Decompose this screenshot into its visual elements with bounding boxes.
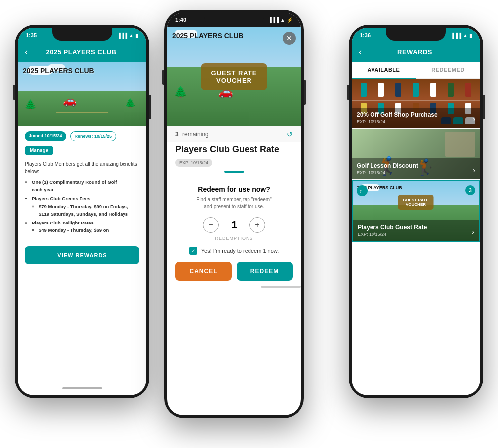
voucher-overlay-title: 2025 PLAYERS CLUB [172,32,244,40]
right-phone: 1:36 ▐▐▐ ▲ ▮ ‹ REWARDS AVAILABLE REDEEME… [349,25,483,398]
right-phone-screen: 1:36 ▐▐▐ ▲ ▮ ‹ REWARDS AVAILABLE REDEEME… [352,28,480,395]
benefits-list: One (1) Complimentary Round of Golf each… [25,178,139,234]
notch [52,28,112,41]
shirt1 [361,83,367,97]
center-notch [204,13,264,26]
redeem-description: Find a staff member, tap "redeem"and pre… [175,196,293,210]
center-signal: ▐▐▐ [268,17,279,23]
app-scene: 1:35 ▐▐▐ ▲ ▮ ‹ 2025 PLAYERS CLUB [0,0,498,448]
tab-available[interactable]: AVAILABLE [352,62,416,79]
decrement-button[interactable]: − [203,217,219,233]
benefit-3: Players Club Twilight Rates $49 Monday -… [32,219,139,234]
right-time: 1:36 [360,32,371,38]
close-button[interactable]: ✕ [283,32,296,45]
counter-row: − 1 + [175,217,293,233]
voucher-reward-exp: EXP: 10/15/24 [358,232,474,237]
rewards-list: 20% Off Golf Shop Purchase EXP: 10/15/24… [352,79,480,392]
shop-reward-overlay: 20% Off Golf Shop Purchase EXP: 10/15/24 [352,108,480,128]
confirm-checkbox[interactable]: ✓ [189,247,197,255]
reward-card-shop[interactable]: 20% Off Golf Shop Purchase EXP: 10/15/24… [352,79,480,128]
checkbox-label: Yes! I'm ready to redeem 1 now. [201,248,279,254]
renews-badge: Renews: 10/15/25 [70,131,117,141]
voucher-small-badge: GUEST RATEVOUCHER [398,195,434,210]
right-wifi: ▲ [463,33,468,38]
manage-button[interactable]: Manage [25,146,53,155]
right-nav-bar: ‹ REWARDS [352,42,480,62]
left-status-icons: ▐▐▐ ▲ ▮ [117,33,138,38]
redeem-title: Redeem for use now? [175,185,293,193]
benefit-3-sub: $49 Monday - Thursday, $69 on [32,226,139,234]
shop-reward-arrow: › [473,115,475,123]
signal-icon: ▐▐▐ [117,33,127,38]
shelf-divider [352,100,480,101]
right-notch [386,28,446,41]
center-phone: 1:40 ▐▐▐ ▲ ⚡ 🌲 🚗 2025 PLAYERS CLU [164,10,304,418]
wifi-icon: ▲ [129,33,134,38]
center-time: 1:40 [175,17,186,23]
shirt6 [448,83,454,97]
reward-card-lesson[interactable]: 🏌️ 🏌️ Golf Lesson Discount EXP: 10/15/24… [352,129,480,179]
redemptions-label: REDEMPTIONS [175,236,293,241]
remaining-row: 3 remaining ↺ [167,126,301,142]
tab-redeemed[interactable]: REDEEMED [416,62,480,78]
count-badge: 3 [465,185,475,195]
benefit-2: Players Club Greens Fees $79 Monday - Th… [32,195,139,218]
benefit-2a: $79 Monday - Thursday, $99 on Fridays, $… [39,203,139,218]
redeem-section: Redeem for use now? Find a staff member,… [167,179,301,287]
voucher-hero: 🌲 🚗 2025 PLAYERS CLUB GUEST RATE VOUCHER… [167,27,301,126]
membership-info: Joined 10/15/24 Renews: 10/15/25 Manage … [18,126,146,240]
voucher-badge: GUEST RATE VOUCHER [201,63,267,90]
tag-icon: 🏷 [357,185,368,196]
left-nav-title: 2025 PLAYERS CLUB [32,48,130,56]
home-indicator-left [62,387,102,389]
center-wifi: ▲ [280,17,285,23]
shirt4 [413,83,419,97]
building [445,132,475,157]
shirt5 [430,83,436,97]
home-indicator-right [396,387,436,389]
benefits-description: Players Club Members get all the amazing… [25,160,139,175]
golf-scene: 🌲 🌲 🚗 2025 PLAYERS CLUB [18,62,146,126]
shirt3 [395,83,401,97]
right-signal: ▐▐▐ [451,33,461,38]
teal-divider [224,171,244,173]
cancel-button[interactable]: CANCEL [175,262,232,281]
left-time: 1:35 [26,32,37,38]
lesson-reward-arrow: › [473,166,475,174]
center-status-icons: ▐▐▐ ▲ ⚡ [268,17,293,23]
tree-right: 🌲 [125,98,136,109]
voucher-reward-overlay: Players Club Guest Rate EXP: 10/15/24 [353,220,479,241]
home-indicator-center [261,286,301,288]
hero-title: 2025 PLAYERS CLUB [23,67,94,75]
left-phone-screen: 1:35 ▐▐▐ ▲ ▮ ‹ 2025 PLAYERS CLUB [18,28,146,395]
action-buttons: CANCEL REDEEM [175,262,293,281]
remaining-text: 3 remaining [175,131,209,138]
voucher-reward-name: Players Club Guest Rate [358,224,474,231]
right-back-button[interactable]: ‹ [359,47,362,57]
shop-reward-exp: EXP: 10/15/24 [357,119,475,124]
redeem-button[interactable]: REDEEM [237,262,293,281]
voucher-name: Players Club Guest Rate [167,142,301,157]
lesson-reward-name: Golf Lesson Discount [357,162,475,169]
center-battery: ⚡ [287,17,293,23]
right-status-icons: ▐▐▐ ▲ ▮ [451,33,472,38]
path [56,112,108,113]
view-rewards-button[interactable]: VIEW REWARDS [25,246,139,264]
badges-row: Joined 10/15/24 Renews: 10/15/25 [25,131,139,141]
golf-cart: 🚗 [63,94,76,107]
shirt7 [465,83,471,97]
shelf-row1 [352,83,480,97]
benefit-3a: $49 Monday - Thursday, $69 on [39,226,139,234]
checkbox-row: ✓ Yes! I'm ready to redeem 1 now. [175,247,293,255]
benefit-2-sub: $79 Monday - Thursday, $99 on Fridays, $… [32,203,139,218]
joined-badge: Joined 10/15/24 [25,131,66,141]
benefit-1: One (1) Complimentary Round of Golf each… [32,178,139,193]
reward-card-voucher[interactable]: 2025 PLAYERS CLUB GUEST RATEVOUCHER 🏷 3 … [352,180,480,242]
increment-button[interactable]: + [249,217,265,233]
left-hero: 🌲 🌲 🚗 2025 PLAYERS CLUB [18,62,146,126]
refresh-icon[interactable]: ↺ [287,130,293,138]
right-nav-title: REWARDS [366,48,464,56]
left-back-button[interactable]: ‹ [25,47,28,57]
counter-value: 1 [227,219,242,231]
grass [18,91,146,127]
